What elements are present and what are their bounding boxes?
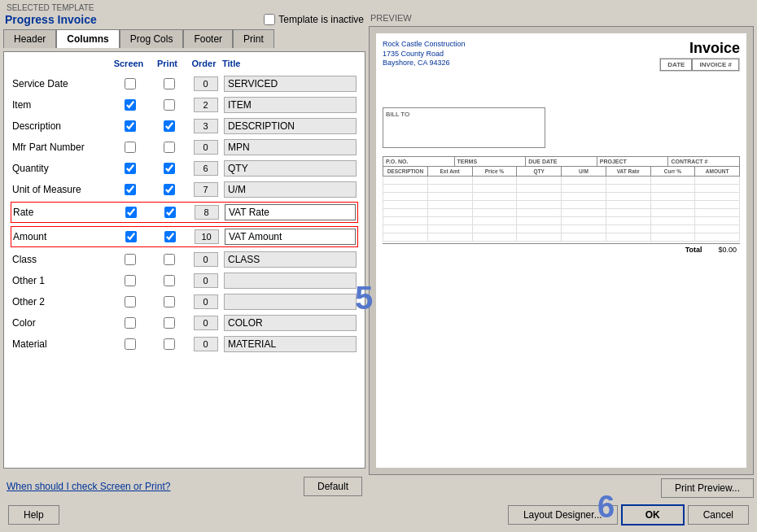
col-header-amount: AMOUNT — [695, 167, 739, 176]
data-line — [383, 193, 740, 201]
tab-prog-cols[interactable]: Prog Cols — [120, 29, 184, 48]
desc-order-input[interactable] — [194, 119, 218, 133]
rate-title-input[interactable] — [225, 204, 356, 220]
row-label: Service Date — [12, 78, 110, 89]
row-label: Quantity — [12, 163, 110, 174]
amount-order-input[interactable] — [195, 229, 219, 244]
terms-cell: TERMS — [455, 157, 527, 166]
company-name: Rock Castle Construction — [383, 40, 740, 50]
inactive-checkbox[interactable] — [264, 14, 275, 25]
other2-title-input[interactable] — [224, 294, 357, 310]
invoice-title: Invoice — [689, 40, 740, 57]
help-button[interactable]: Help — [8, 505, 59, 525]
mpn-screen-check[interactable] — [125, 142, 136, 153]
uom-screen-check[interactable] — [125, 184, 136, 195]
selected-template-label: SELECTED TEMPLATE — [3, 3, 754, 12]
service-date-order-input[interactable] — [194, 76, 218, 91]
cancel-button[interactable]: Cancel — [688, 505, 749, 525]
tab-columns[interactable]: Columns — [56, 29, 119, 48]
tab-footer[interactable]: Footer — [183, 29, 233, 48]
screen-header: Screen — [108, 59, 149, 68]
other1-screen-check[interactable] — [125, 275, 136, 286]
color-screen-check[interactable] — [125, 317, 136, 329]
amount-screen-check[interactable] — [125, 231, 137, 242]
uom-print-check[interactable] — [164, 184, 175, 195]
step6-indicator: 6 — [597, 490, 615, 525]
data-line — [383, 185, 740, 193]
data-line — [383, 177, 740, 185]
rate-print-check[interactable] — [164, 207, 176, 218]
qty-print-check[interactable] — [164, 163, 175, 174]
col-header-price: Price % — [473, 167, 518, 176]
material-print-check[interactable] — [164, 338, 175, 350]
rate-order-input[interactable] — [195, 205, 219, 220]
table-row: Description — [11, 117, 358, 135]
desc-print-check[interactable] — [164, 120, 175, 132]
item-print-check[interactable] — [164, 99, 175, 111]
class-print-check[interactable] — [164, 254, 175, 265]
table-row: Other 1 — [11, 272, 358, 290]
item-title-input[interactable] — [224, 97, 357, 113]
material-title-input[interactable] — [224, 336, 357, 352]
default-button[interactable]: Default — [304, 477, 362, 496]
col-header-desc: DESCRIPTION — [383, 167, 428, 176]
preview-content: Rock Castle Construction 1735 County Roa… — [369, 26, 754, 475]
screen-print-help-link[interactable]: When should I check Screen or Print? — [7, 481, 170, 492]
col-header-curr: Curr % — [651, 167, 696, 176]
service-date-print-check[interactable] — [164, 78, 175, 89]
qty-order-input[interactable] — [194, 161, 218, 176]
panel-content: Screen Print Order Title Service Date — [3, 51, 365, 469]
mpn-print-check[interactable] — [164, 142, 175, 153]
preview-label: PREVIEW — [369, 13, 754, 23]
tab-header[interactable]: Header — [3, 29, 56, 48]
qty-screen-check[interactable] — [125, 163, 136, 174]
amount-print-check[interactable] — [164, 231, 176, 242]
material-screen-check[interactable] — [125, 338, 136, 350]
desc-screen-check[interactable] — [125, 120, 136, 132]
other2-print-check[interactable] — [164, 296, 175, 307]
desc-title-input[interactable] — [224, 118, 357, 134]
print-preview-button[interactable]: Print Preview... — [661, 478, 754, 498]
data-line — [383, 209, 740, 217]
service-date-screen-check[interactable] — [125, 78, 136, 89]
other2-screen-check[interactable] — [125, 296, 136, 307]
other1-order-input[interactable] — [194, 273, 218, 288]
service-date-title-input[interactable] — [224, 76, 357, 92]
columns-table: Screen Print Order Title Service Date — [11, 59, 358, 353]
class-screen-check[interactable] — [125, 254, 136, 265]
mpn-order-input[interactable] — [194, 140, 218, 155]
item-screen-check[interactable] — [125, 99, 136, 111]
amount-row: Amount — [11, 226, 358, 247]
ok-button[interactable]: OK — [621, 504, 685, 525]
bill-to-box: BILL TO — [383, 107, 545, 148]
col-header-vatrate: VAT Rate — [606, 167, 651, 176]
uom-title-input[interactable] — [224, 181, 357, 198]
total-label: Total — [685, 246, 702, 254]
class-order-input[interactable] — [194, 252, 218, 267]
col-headers-row: DESCRIPTION Ext Amt Price % QTY U/M VAT … — [383, 167, 740, 177]
item-order-input[interactable] — [194, 98, 218, 112]
color-order-input[interactable] — [194, 316, 218, 330]
other2-order-input[interactable] — [194, 294, 218, 309]
row-label: Class — [12, 254, 110, 265]
other1-title-input[interactable] — [224, 273, 357, 289]
invoice-preview: Rock Castle Construction 1735 County Roa… — [376, 33, 746, 468]
row-label: Mfr Part Number — [12, 142, 110, 153]
tab-print[interactable]: Print — [233, 29, 274, 48]
preview-bottom: Print Preview... — [369, 475, 754, 501]
rate-screen-check[interactable] — [125, 207, 137, 218]
material-order-input[interactable] — [194, 337, 218, 351]
table-row: Quantity — [11, 159, 358, 177]
other1-print-check[interactable] — [164, 275, 175, 286]
due-date-cell: DUE DATE — [526, 157, 597, 166]
po-row: P.O. NO. TERMS DUE DATE PROJECT CONTRACT… — [383, 156, 740, 167]
amount-title-input[interactable] — [225, 229, 356, 245]
color-title-input[interactable] — [224, 315, 357, 331]
uom-order-input[interactable] — [194, 182, 218, 197]
qty-title-input[interactable] — [224, 160, 357, 177]
col-header-um: U/M — [562, 167, 606, 176]
color-print-check[interactable] — [164, 317, 175, 329]
print-header: Print — [149, 59, 186, 68]
class-title-input[interactable] — [224, 251, 357, 268]
mpn-title-input[interactable] — [224, 139, 357, 155]
